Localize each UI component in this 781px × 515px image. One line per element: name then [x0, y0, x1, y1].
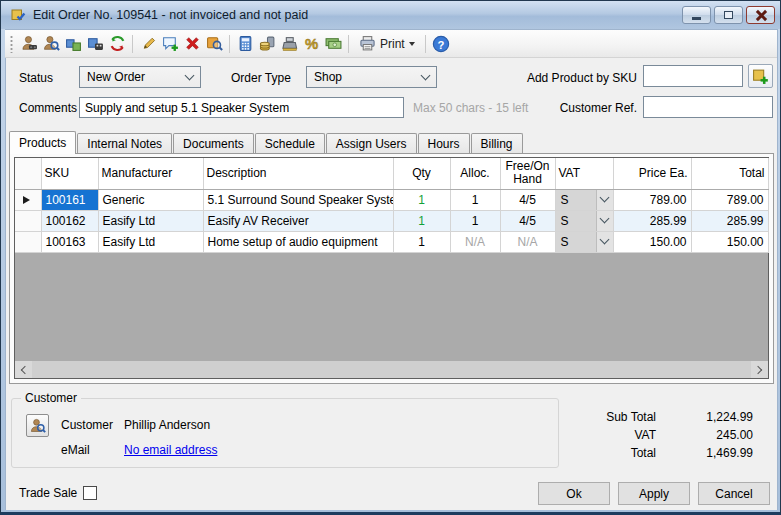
scrollbar-track[interactable]	[32, 361, 751, 378]
cell-description[interactable]: Home setup of audio equipment	[203, 231, 393, 252]
col-header-price-ea[interactable]: Price Ea.	[613, 158, 691, 189]
cell-qty[interactable]: 1	[393, 189, 450, 210]
trade-sale-checkbox[interactable]	[83, 486, 97, 500]
search-order-button[interactable]	[203, 33, 225, 55]
status-combobox[interactable]: New Order	[79, 66, 201, 88]
customer-search-button[interactable]	[40, 33, 62, 55]
cell-sku[interactable]: 100161	[41, 189, 98, 210]
refresh-button[interactable]	[106, 33, 128, 55]
table-row[interactable]: 100163 Easify Ltd Home setup of audio eq…	[15, 231, 768, 252]
cell-sku[interactable]: 100163	[41, 231, 98, 252]
edit-line-button[interactable]	[137, 33, 159, 55]
tab-documents[interactable]: Documents	[173, 133, 254, 154]
cell-price-ea[interactable]: 789.00	[613, 189, 691, 210]
table-row[interactable]: 100161 Generic 5.1 Surround Sound Speake…	[15, 189, 768, 210]
customer-ref-input[interactable]	[643, 96, 773, 118]
tab-schedule[interactable]: Schedule	[255, 133, 325, 154]
customer-lookup-button[interactable]	[26, 414, 49, 437]
cell-total[interactable]: 150.00	[691, 231, 768, 252]
svg-text:%: %	[304, 36, 317, 52]
tab-products[interactable]: Products	[9, 131, 76, 154]
order-type-combobox[interactable]: Shop	[306, 66, 437, 88]
add-product-cube-icon	[752, 68, 769, 85]
cell-qty[interactable]: 1	[393, 231, 450, 252]
cell-price-ea[interactable]: 150.00	[613, 231, 691, 252]
cell-price-ea[interactable]: 285.99	[613, 210, 691, 231]
delete-line-button[interactable]	[181, 33, 203, 55]
tab-assign-users[interactable]: Assign Users	[326, 133, 417, 154]
tab-hours[interactable]: Hours	[418, 133, 470, 154]
ok-button[interactable]: Ok	[538, 482, 610, 505]
cell-description[interactable]: Easify AV Receiver	[203, 210, 393, 231]
product-media-button[interactable]	[84, 33, 106, 55]
calculator-button[interactable]	[234, 33, 256, 55]
col-header-vat[interactable]: VAT	[555, 158, 613, 189]
payments-button[interactable]	[322, 33, 344, 55]
cash-icon	[325, 35, 342, 52]
chevron-down-icon	[421, 70, 431, 80]
print-dropdown-caret-icon[interactable]	[409, 42, 415, 46]
col-header-description[interactable]: Description	[203, 158, 393, 189]
comments-input[interactable]	[79, 97, 404, 118]
cell-vat[interactable]: S	[555, 189, 613, 210]
vat-dropdown-button[interactable]	[596, 211, 613, 231]
discount-button[interactable]: %	[300, 33, 322, 55]
vat-combobox[interactable]: S	[556, 190, 613, 210]
vat-combobox[interactable]: S	[556, 232, 613, 252]
cell-free-on-hand[interactable]: N/A	[500, 231, 555, 252]
cell-alloc[interactable]: N/A	[450, 231, 500, 252]
cell-free-on-hand[interactable]: 4/5	[500, 210, 555, 231]
row-indicator-cell[interactable]	[15, 231, 41, 252]
cell-alloc[interactable]: 1	[450, 210, 500, 231]
window-title: Edit Order No. 109541 - not invoiced and…	[33, 8, 308, 22]
vat-combobox[interactable]: S	[556, 211, 613, 231]
close-button[interactable]	[746, 6, 775, 24]
help-button[interactable]: ?	[430, 33, 452, 55]
add-sku-button[interactable]	[748, 64, 773, 88]
cell-vat[interactable]: S	[555, 210, 613, 231]
products-button[interactable]	[62, 33, 84, 55]
col-header-total[interactable]: Total	[691, 158, 768, 189]
cell-qty[interactable]: 1	[393, 210, 450, 231]
horizontal-scrollbar[interactable]	[15, 361, 768, 378]
email-link[interactable]: No email address	[124, 443, 217, 457]
cell-manufacturer[interactable]: Generic	[98, 189, 203, 210]
till-button[interactable]	[278, 33, 300, 55]
tab-internal-notes[interactable]: Internal Notes	[77, 133, 172, 154]
col-header-free-on-hand[interactable]: Free/On Hand	[500, 158, 555, 189]
cell-manufacturer[interactable]: Easify Ltd	[98, 210, 203, 231]
finance-button[interactable]	[256, 33, 278, 55]
apply-button[interactable]: Apply	[618, 482, 690, 505]
cell-manufacturer[interactable]: Easify Ltd	[98, 231, 203, 252]
print-button[interactable]: Print	[353, 33, 421, 55]
maximize-button[interactable]	[714, 6, 743, 24]
vat-dropdown-button[interactable]	[596, 190, 613, 210]
customer-button[interactable]	[18, 33, 40, 55]
cell-alloc[interactable]: 1	[450, 189, 500, 210]
current-row-indicator-cell[interactable]	[15, 189, 41, 210]
table-row[interactable]: 100162 Easify Ltd Easify AV Receiver 1 1…	[15, 210, 768, 231]
row-indicator-cell[interactable]	[15, 210, 41, 231]
col-header-manufacturer[interactable]: Manufacturer	[98, 158, 203, 189]
minimize-button[interactable]	[682, 6, 711, 24]
cell-total[interactable]: 285.99	[691, 210, 768, 231]
add-comment-button[interactable]	[159, 33, 181, 55]
cell-vat[interactable]: S	[555, 231, 613, 252]
scroll-right-button[interactable]	[751, 361, 768, 378]
cell-description[interactable]: 5.1 Surround Sound Speaker System	[203, 189, 393, 210]
col-header-qty[interactable]: Qty	[393, 158, 450, 189]
col-header-alloc[interactable]: Alloc.	[450, 158, 500, 189]
add-sku-input[interactable]	[643, 65, 743, 87]
cancel-button[interactable]: Cancel	[698, 482, 770, 505]
cell-total[interactable]: 789.00	[691, 189, 768, 210]
toolbar-grip[interactable]	[10, 35, 13, 53]
tab-label: Documents	[183, 137, 244, 151]
scroll-left-button[interactable]	[15, 361, 32, 378]
tab-billing[interactable]: Billing	[471, 133, 523, 154]
cell-free-on-hand[interactable]: 4/5	[500, 189, 555, 210]
vat-dropdown-button[interactable]	[596, 232, 613, 252]
titlebar[interactable]: Edit Order No. 109541 - not invoiced and…	[1, 1, 780, 29]
customer-field-label: Customer	[61, 418, 113, 432]
col-header-sku[interactable]: SKU	[41, 158, 98, 189]
cell-sku[interactable]: 100162	[41, 210, 98, 231]
